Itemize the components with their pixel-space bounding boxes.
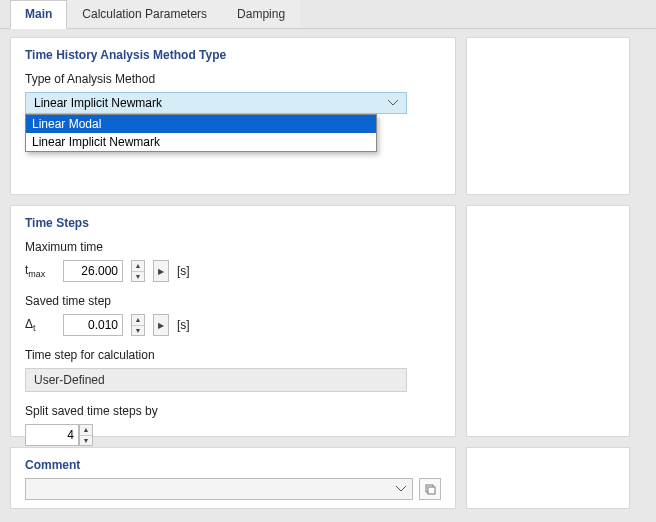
combo-analysis-method[interactable]: Linear Implicit Newmark Linear Modal Lin…: [25, 92, 407, 114]
unit-saved-step: [s]: [177, 318, 190, 332]
readonly-calc-step: User-Defined: [25, 368, 407, 392]
combo-dropdown: Linear Modal Linear Implicit Newmark: [25, 114, 377, 152]
panel-method-side: [466, 37, 630, 195]
label-analysis-method: Type of Analysis Method: [25, 72, 441, 86]
symbol-tmax: tmax: [25, 263, 55, 279]
spinner-saved-step[interactable]: ▲ ▼: [131, 314, 145, 336]
spin-down-icon[interactable]: ▼: [80, 436, 92, 446]
svg-rect-1: [428, 487, 435, 494]
section-title-time-steps: Time Steps: [25, 216, 441, 230]
input-max-time[interactable]: [63, 260, 123, 282]
panel-comment-side: [466, 447, 630, 509]
spin-up-icon[interactable]: ▲: [80, 425, 92, 436]
panel-comment: Comment: [10, 447, 456, 509]
label-max-time: Maximum time: [25, 240, 441, 254]
combo-comment[interactable]: [25, 478, 413, 500]
input-split[interactable]: [25, 424, 79, 446]
spin-down-icon[interactable]: ▼: [132, 326, 144, 336]
spin-up-icon[interactable]: ▲: [132, 315, 144, 326]
chevron-down-icon: [388, 100, 398, 106]
step-button-saved-step[interactable]: ▶: [153, 314, 169, 336]
spinner-split[interactable]: ▲ ▼: [79, 424, 93, 446]
label-split: Split saved time steps by: [25, 404, 441, 418]
combo-header[interactable]: Linear Implicit Newmark: [25, 92, 407, 114]
combo-option-linear-modal[interactable]: Linear Modal: [26, 115, 376, 133]
spin-up-icon[interactable]: ▲: [132, 261, 144, 272]
label-saved-step: Saved time step: [25, 294, 441, 308]
field-saved-step: Δt ▲ ▼ ▶ [s]: [25, 314, 441, 336]
field-split: ▲ ▼: [25, 424, 441, 446]
tab-calculation-parameters[interactable]: Calculation Parameters: [67, 0, 222, 28]
panel-time-steps-side: [466, 205, 630, 437]
combo-selected-text: Linear Implicit Newmark: [34, 96, 162, 110]
copy-comment-button[interactable]: [419, 478, 441, 500]
field-max-time: tmax ▲ ▼ ▶ [s]: [25, 260, 441, 282]
spin-down-icon[interactable]: ▼: [132, 272, 144, 282]
panel-method: Time History Analysis Method Type Type o…: [10, 37, 456, 195]
section-title-comment: Comment: [25, 458, 441, 472]
tab-bar: Main Calculation Parameters Damping: [0, 0, 656, 29]
panel-time-steps: Time Steps Maximum time tmax ▲ ▼ ▶ [s] S…: [10, 205, 456, 437]
dialog-root: Main Calculation Parameters Damping Time…: [0, 0, 656, 519]
label-calc-step: Time step for calculation: [25, 348, 441, 362]
chevron-down-icon: [396, 486, 406, 492]
section-title-method: Time History Analysis Method Type: [25, 48, 441, 62]
comment-row: [25, 478, 441, 500]
tab-main[interactable]: Main: [10, 0, 67, 29]
spinner-max-time[interactable]: ▲ ▼: [131, 260, 145, 282]
combo-option-linear-implicit-newmark[interactable]: Linear Implicit Newmark: [26, 133, 376, 151]
symbol-delta-t: Δt: [25, 317, 55, 333]
unit-max-time: [s]: [177, 264, 190, 278]
step-button-max-time[interactable]: ▶: [153, 260, 169, 282]
copy-icon: [424, 483, 436, 495]
tab-damping[interactable]: Damping: [222, 0, 300, 28]
content-area: Time History Analysis Method Type Type o…: [0, 29, 656, 519]
input-saved-step[interactable]: [63, 314, 123, 336]
